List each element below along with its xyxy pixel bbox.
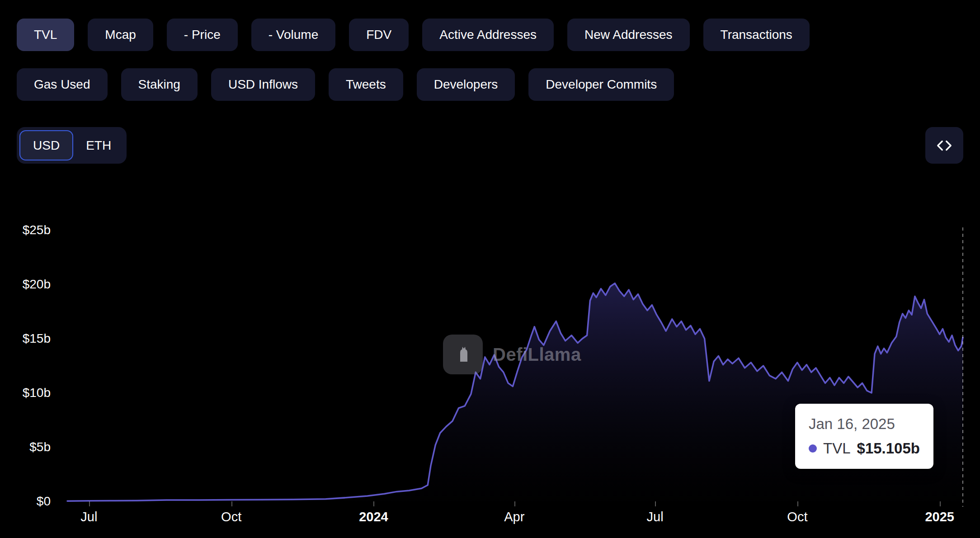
metric-tab-developers[interactable]: Developers — [417, 68, 515, 101]
x-axis-tick-mark — [373, 501, 374, 506]
tvl-series-dot-icon — [809, 444, 817, 453]
tooltip-series-name: TVL — [823, 440, 851, 457]
metric-tab-tvl[interactable]: TVL — [17, 19, 74, 51]
code-icon — [936, 137, 953, 154]
metric-tabs-row-1: TVL Mcap - Price - Volume FDV Active Add… — [17, 19, 810, 51]
x-axis-label: 2024 — [359, 510, 388, 524]
currency-toggle: USD ETH — [17, 127, 127, 164]
y-axis-label: $25b — [0, 223, 51, 237]
metric-tab-tweets[interactable]: Tweets — [329, 68, 403, 101]
currency-option-eth[interactable]: ETH — [73, 130, 124, 160]
tooltip-date: Jan 16, 2025 — [809, 415, 920, 433]
x-axis-tick-mark — [89, 501, 90, 506]
metric-tab-developer-commits[interactable]: Developer Commits — [528, 68, 674, 101]
x-axis-tick-mark — [655, 501, 656, 506]
y-axis-label: $10b — [0, 386, 51, 400]
embed-code-button[interactable] — [925, 127, 963, 164]
x-axis-tick-mark — [797, 501, 798, 506]
metric-tab-transactions[interactable]: Transactions — [703, 19, 810, 51]
x-axis-label: Jul — [647, 510, 664, 524]
tooltip-value: $15.105b — [857, 440, 920, 457]
metric-tab-active-addresses[interactable]: Active Addresses — [422, 19, 554, 51]
metric-tab-staking[interactable]: Staking — [121, 68, 198, 101]
x-axis-label: 2025 — [925, 510, 954, 524]
y-axis-label: $5b — [0, 440, 51, 454]
chart-tooltip: Jan 16, 2025 TVL $15.105b — [795, 404, 933, 469]
y-axis-label: $15b — [0, 331, 51, 346]
x-axis-label: Apr — [504, 510, 524, 524]
x-axis-label: Oct — [787, 510, 807, 524]
x-axis-tick-mark — [940, 501, 941, 506]
metric-tab-mcap[interactable]: Mcap — [88, 19, 153, 51]
y-axis-label: $0 — [0, 494, 51, 509]
currency-option-usd[interactable]: USD — [19, 130, 73, 160]
metric-tabs-row-2: Gas Used Staking USD Inflows Tweets Deve… — [17, 68, 674, 101]
metric-tab-fdv[interactable]: FDV — [349, 19, 409, 51]
metric-tab-usd-inflows[interactable]: USD Inflows — [211, 68, 315, 101]
x-axis-tick-mark — [514, 501, 515, 506]
metric-tab-gas-used[interactable]: Gas Used — [17, 68, 108, 101]
x-axis-tick-mark — [231, 501, 232, 506]
y-axis-label: $20b — [0, 277, 51, 292]
x-axis-label: Oct — [221, 510, 241, 524]
x-axis-label: Jul — [80, 510, 97, 524]
metric-tab-volume[interactable]: - Volume — [251, 19, 336, 51]
metric-tab-new-addresses[interactable]: New Addresses — [567, 19, 690, 51]
metric-tab-price[interactable]: - Price — [167, 19, 238, 51]
